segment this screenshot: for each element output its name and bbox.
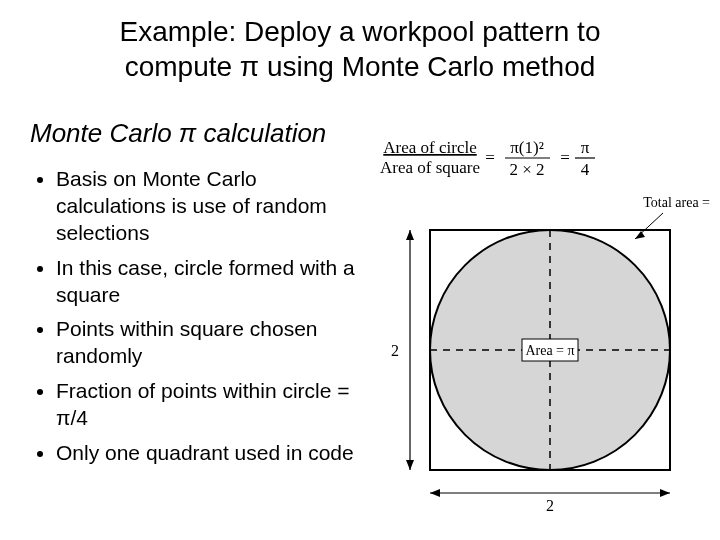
- slide: Example: Deploy a workpool pattern to co…: [0, 0, 720, 540]
- horizontal-dimension: 2: [430, 489, 670, 514]
- arrowhead-icon: [660, 489, 670, 497]
- arrowhead-icon: [635, 231, 645, 239]
- title-line-1: Example: Deploy a workpool pattern to: [120, 16, 601, 47]
- arrowhead-icon: [406, 460, 414, 470]
- formula-right-top: π: [581, 138, 590, 157]
- bullet-item: In this case, circle formed with a squar…: [56, 255, 360, 309]
- title-line-2: compute π using Monte Carlo method: [125, 51, 596, 82]
- bullet-list: Basis on Monte Carlo calculations is use…: [30, 166, 360, 475]
- vertical-dim-label: 2: [391, 342, 399, 359]
- vertical-dimension: 2: [391, 230, 414, 470]
- geometry: Area = π: [430, 230, 670, 470]
- formula: Area of circle Area of square = π(1)² 2 …: [380, 138, 595, 179]
- arrowhead-icon: [430, 489, 440, 497]
- formula-left-bottom: Area of square: [380, 158, 480, 177]
- arrowhead-icon: [406, 230, 414, 240]
- slide-title: Example: Deploy a workpool pattern to co…: [60, 14, 660, 84]
- formula-right-bottom: 4: [581, 160, 590, 179]
- formula-left-top: Area of circle: [383, 138, 476, 157]
- center-label: Area = π: [525, 343, 574, 358]
- bullet-item: Points within square chosen randomly: [56, 316, 360, 370]
- horizontal-dim-label: 2: [546, 497, 554, 514]
- subtitle: Monte Carlo π calculation: [30, 118, 326, 149]
- diagram: Area of circle Area of square = π(1)² 2 …: [375, 135, 715, 515]
- formula-eq1: =: [485, 148, 495, 167]
- formula-mid-bottom: 2 × 2: [509, 160, 544, 179]
- formula-eq2: =: [560, 148, 570, 167]
- bullet-item: Basis on Monte Carlo calculations is use…: [56, 166, 360, 247]
- bullet-item: Fraction of points within circle = π/4: [56, 378, 360, 432]
- formula-mid-top: π(1)²: [510, 138, 544, 157]
- bullet-item: Only one quadrant used in code: [56, 440, 360, 467]
- total-area-label: Total area =: [643, 195, 710, 210]
